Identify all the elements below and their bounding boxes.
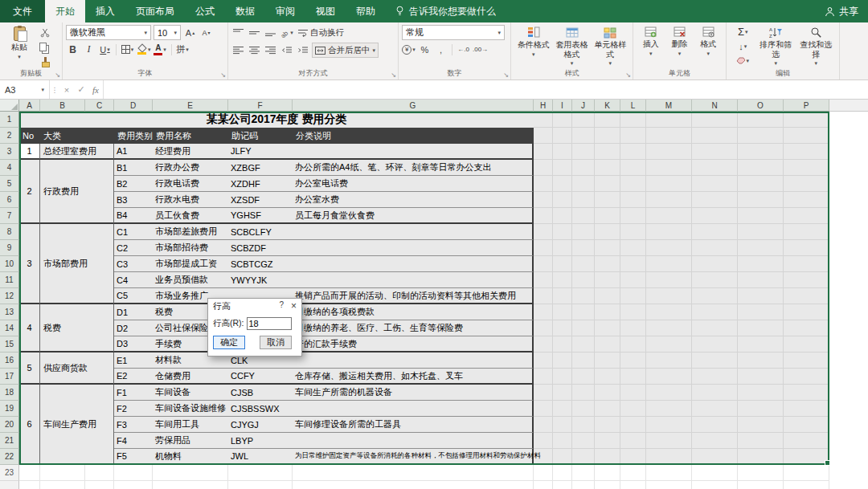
cell-o21[interactable] bbox=[738, 433, 784, 449]
increase-decimal-button[interactable]: ←.0 bbox=[457, 43, 470, 56]
row-header-11[interactable]: 11 bbox=[0, 272, 19, 288]
cell-o19[interactable] bbox=[738, 401, 784, 417]
cell-g6[interactable]: 办公室水费 bbox=[293, 192, 534, 208]
cell-l16[interactable] bbox=[620, 352, 646, 369]
cell-j15[interactable] bbox=[572, 336, 595, 352]
cell-b8[interactable]: 市场部费用 bbox=[40, 224, 114, 304]
cell-l17[interactable] bbox=[620, 369, 646, 385]
cell-o20[interactable] bbox=[738, 417, 784, 433]
cell-j11[interactable] bbox=[572, 272, 595, 288]
cell-p3[interactable] bbox=[784, 144, 829, 160]
cell-h15[interactable] bbox=[534, 336, 553, 352]
delete-cells-button[interactable]: 删除▾ bbox=[665, 25, 694, 69]
cell-l18[interactable] bbox=[620, 385, 646, 401]
cell-e10[interactable]: 市场部提成工资 bbox=[153, 256, 228, 272]
cell-i7[interactable] bbox=[553, 208, 572, 224]
name-box[interactable]: A3▾ bbox=[0, 80, 50, 99]
cell-e8[interactable]: 市场部差旅费用 bbox=[153, 224, 228, 240]
cell-p1[interactable] bbox=[784, 112, 829, 128]
cell-f8[interactable]: SCBCLFY bbox=[228, 224, 293, 240]
column-header-i[interactable]: I bbox=[553, 100, 572, 112]
fill-handle[interactable] bbox=[825, 460, 830, 466]
cell-e11[interactable]: 业务员预借款 bbox=[153, 272, 228, 288]
cell-p4[interactable] bbox=[784, 160, 829, 176]
cell-l1[interactable] bbox=[620, 112, 646, 128]
cell-m5[interactable] bbox=[646, 176, 692, 192]
cell-a23[interactable] bbox=[19, 465, 40, 481]
column-header-j[interactable]: J bbox=[572, 100, 595, 112]
cell-l5[interactable] bbox=[620, 176, 646, 192]
cell-j23[interactable] bbox=[572, 465, 595, 481]
cell-m24[interactable] bbox=[646, 481, 692, 489]
cell-a13[interactable]: 4 bbox=[19, 304, 40, 352]
cell-d19[interactable]: F2 bbox=[114, 401, 153, 417]
name-box-splitter[interactable]: ⋮ bbox=[50, 80, 59, 99]
cell-e23[interactable] bbox=[153, 465, 228, 481]
cell-e6[interactable]: 行政水电费 bbox=[153, 192, 228, 208]
wrap-text-button[interactable]: 自动换行 bbox=[296, 25, 346, 40]
clear-button[interactable]: ▾ bbox=[730, 54, 755, 67]
number-format-combo[interactable]: 常规▾ bbox=[402, 25, 505, 40]
cell-m16[interactable] bbox=[646, 352, 692, 369]
row-header-19[interactable]: 19 bbox=[0, 401, 19, 417]
tell-me-box[interactable]: 告诉我你想要做什么 bbox=[395, 0, 496, 22]
row-header-6[interactable]: 6 bbox=[0, 192, 19, 208]
row-header-21[interactable]: 21 bbox=[0, 433, 19, 449]
cell-b16[interactable]: 供应商货款 bbox=[40, 352, 114, 385]
cell-k13[interactable] bbox=[595, 304, 620, 320]
cell-a24[interactable] bbox=[19, 481, 40, 489]
align-bottom-button[interactable] bbox=[264, 26, 277, 39]
cell-h6[interactable] bbox=[534, 192, 553, 208]
cell-k9[interactable] bbox=[595, 240, 620, 256]
cell-k6[interactable] bbox=[595, 192, 620, 208]
header-cell-description[interactable]: 分类说明 bbox=[293, 128, 534, 144]
cell-m6[interactable] bbox=[646, 192, 692, 208]
cell-o22[interactable] bbox=[738, 449, 784, 465]
cell-h3[interactable] bbox=[534, 144, 553, 160]
cell-k18[interactable] bbox=[595, 385, 620, 401]
cell-i20[interactable] bbox=[553, 417, 572, 433]
column-header-p[interactable]: P bbox=[784, 100, 829, 112]
cell-i18[interactable] bbox=[553, 385, 572, 401]
cell-n17[interactable] bbox=[692, 369, 738, 385]
cell-p8[interactable] bbox=[784, 224, 829, 240]
cell-m22[interactable] bbox=[646, 449, 692, 465]
align-top-button[interactable] bbox=[231, 26, 245, 39]
cancel-button[interactable]: 取消 bbox=[260, 336, 292, 349]
cell-p9[interactable] bbox=[784, 240, 829, 256]
cell-p14[interactable] bbox=[784, 320, 829, 336]
cell-o15[interactable] bbox=[738, 336, 784, 352]
cell-p7[interactable] bbox=[784, 208, 829, 224]
ok-button[interactable]: 确定 bbox=[213, 336, 245, 349]
column-header-n[interactable]: N bbox=[692, 100, 738, 112]
font-dialog-launcher-icon[interactable]: ↘ bbox=[220, 72, 226, 79]
cell-f10[interactable]: SCBTCGZ bbox=[228, 256, 293, 272]
cell-p6[interactable] bbox=[784, 192, 829, 208]
cell-i8[interactable] bbox=[553, 224, 572, 240]
decrease-decimal-button[interactable]: .00→ bbox=[473, 43, 488, 56]
cell-e3[interactable]: 经理费用 bbox=[153, 144, 228, 160]
cell-n20[interactable] bbox=[692, 417, 738, 433]
cell-n12[interactable] bbox=[692, 288, 738, 304]
cell-d10[interactable]: C3 bbox=[114, 256, 153, 272]
orientation-button[interactable]: ab▾ bbox=[280, 26, 293, 39]
cell-h20[interactable] bbox=[534, 417, 553, 433]
cell-f24[interactable] bbox=[228, 481, 293, 489]
cell-e20[interactable]: 车间用工具 bbox=[153, 417, 228, 433]
cell-m13[interactable] bbox=[646, 304, 692, 320]
cell-j24[interactable] bbox=[572, 481, 595, 489]
fill-button[interactable]: ↓▾ bbox=[730, 39, 755, 53]
ribbon-tab-insert[interactable]: 插入 bbox=[85, 0, 125, 22]
underline-button[interactable]: U▾ bbox=[98, 43, 112, 56]
cell-k3[interactable] bbox=[595, 144, 620, 160]
cell-o13[interactable] bbox=[738, 304, 784, 320]
cell-l13[interactable] bbox=[620, 304, 646, 320]
cell-i3[interactable] bbox=[553, 144, 572, 160]
cell-g21[interactable] bbox=[293, 433, 534, 449]
cell-m9[interactable] bbox=[646, 240, 692, 256]
cell-p20[interactable] bbox=[784, 417, 829, 433]
cell-f5[interactable]: XZDHF bbox=[228, 176, 293, 192]
column-header-a[interactable]: A bbox=[19, 100, 40, 112]
cell-d16[interactable]: E1 bbox=[114, 352, 153, 369]
cell-l22[interactable] bbox=[620, 449, 646, 465]
